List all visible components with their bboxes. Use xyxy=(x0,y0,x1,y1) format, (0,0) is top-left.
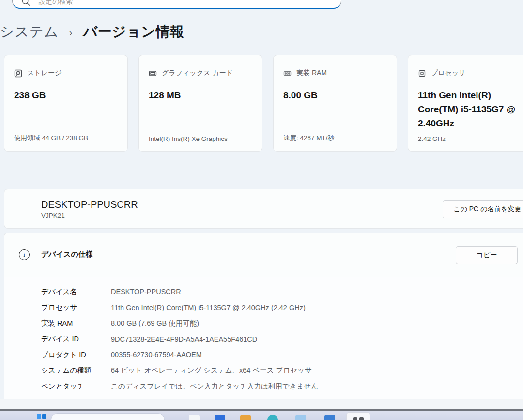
spec-row-device-name: デバイス名 DESKTOP-PPUSCRR xyxy=(4,284,523,300)
window-bottom-edge xyxy=(0,399,523,409)
device-name: DESKTOP-PPUSCRR xyxy=(41,199,138,210)
ram-footer: 速度: 4267 MT/秒 xyxy=(283,134,334,142)
device-specs-card: i デバイスの仕様 コピー デバイス名 DESKTOP-PPUSCRR プロセッ… xyxy=(4,233,523,399)
spec-label: 実装 RAM xyxy=(41,319,111,328)
breadcrumb-system[interactable]: システム xyxy=(0,22,59,42)
spec-row-ram: 実装 RAM 8.00 GB (7.69 GB 使用可能) xyxy=(4,315,523,331)
spec-row-pen-touch: ペンとタッチ このディスプレイでは、ペン入力とタッチ入力は利用できません xyxy=(4,378,523,394)
processor-value: 11th Gen Intel(R) Core(TM) i5-1135G7 @ 2… xyxy=(418,88,522,130)
cpu-icon xyxy=(418,69,426,78)
spec-label: プロダクト ID xyxy=(41,350,111,359)
storage-icon xyxy=(14,69,22,78)
taskbar-app-icon-4[interactable] xyxy=(267,415,278,420)
spec-row-system-type: システムの種類 64 ビット オペレーティング システム、x64 ベース プロセ… xyxy=(4,363,523,379)
spec-value: DESKTOP-PPUSCRR xyxy=(111,288,181,296)
ram-card: 実装 RAM 8.00 GB 速度: 4267 MT/秒 xyxy=(273,55,397,152)
graphics-label: グラフィックス カード xyxy=(162,69,233,78)
processor-card: プロセッサ 11th Gen Intel(R) Core(TM) i5-1135… xyxy=(408,55,523,152)
device-specs-list: デバイス名 DESKTOP-PPUSCRR プロセッサ 11th Gen Int… xyxy=(4,284,523,394)
windows-settings-about-page: 設定の検索 システム › バージョン情報 ストレージ 238 GB 使用領域 4… xyxy=(0,0,523,420)
taskbar-app-icon-1[interactable] xyxy=(189,415,200,420)
spec-row-device-id: デバイス ID 9DC71328-2E4E-4F9D-A5A4-1AEA55F4… xyxy=(4,331,523,347)
taskbar-app-icon-6[interactable] xyxy=(324,415,335,420)
spec-label: プロセッサ xyxy=(41,303,111,312)
device-name-card: DESKTOP-PPUSCRR VJPK21 この PC の名前を変更 xyxy=(4,189,523,229)
spec-label: デバイス ID xyxy=(41,334,111,343)
taskbar-app-icon-2[interactable] xyxy=(215,415,225,420)
spec-value: 8.00 GB (7.69 GB 使用可能) xyxy=(111,319,199,328)
spec-value: 64 ビット オペレーティング システム、x64 ベース プロセッサ xyxy=(111,366,312,375)
graphics-card-icon xyxy=(149,69,157,78)
device-model: VJPK21 xyxy=(41,212,65,219)
storage-label: ストレージ xyxy=(27,69,62,78)
breadcrumb: システム › バージョン情報 xyxy=(0,22,185,42)
settings-search-input[interactable]: 設定の検索 xyxy=(12,0,341,9)
taskbar-app-icon-5[interactable] xyxy=(295,415,306,420)
spec-value: 11th Gen Intel(R) Core(TM) i5-1135G7 @ 2… xyxy=(111,304,306,311)
search-placeholder: 設定の検索 xyxy=(39,0,73,7)
spec-value: このディスプレイでは、ペン入力とタッチ入力は利用できません xyxy=(111,382,318,391)
page-title: バージョン情報 xyxy=(83,22,184,42)
storage-card: ストレージ 238 GB 使用領域 44 GB / 238 GB xyxy=(4,55,128,152)
spec-label: システムの種類 xyxy=(41,366,111,375)
processor-footer: 2.42 GHz xyxy=(418,135,446,142)
breadcrumb-chevron-icon: › xyxy=(69,27,73,38)
taskbar-app-icon-3[interactable] xyxy=(240,415,251,420)
processor-label: プロセッサ xyxy=(431,69,466,78)
spec-label: ペンとタッチ xyxy=(41,382,111,391)
taskbar xyxy=(0,411,523,420)
ram-icon xyxy=(283,69,292,78)
graphics-value: 128 MB xyxy=(149,88,252,102)
spec-value: 00355-62730-67594-AAOEM xyxy=(111,351,202,358)
spec-row-product-id: プロダクト ID 00355-62730-67594-AAOEM xyxy=(4,347,523,363)
graphics-footer: Intel(R) Iris(R) Xe Graphics xyxy=(149,135,228,142)
spec-label: デバイス名 xyxy=(41,287,111,296)
copy-button[interactable]: コピー xyxy=(456,246,518,264)
rename-pc-button[interactable]: この PC の名前を変更 xyxy=(443,200,523,218)
taskbar-active-app-icon[interactable] xyxy=(346,412,370,420)
ram-label: 実装 RAM xyxy=(296,69,327,78)
ram-value: 8.00 GB xyxy=(283,88,387,102)
info-icon: i xyxy=(19,249,30,260)
spec-value: 9DC71328-2E4E-4F9D-A5A4-1AEA55F461CD xyxy=(111,335,257,343)
windows-start-icon[interactable] xyxy=(37,414,46,420)
spec-row-processor: プロセッサ 11th Gen Intel(R) Core(TM) i5-1135… xyxy=(4,300,523,316)
text-caret xyxy=(37,0,37,6)
device-specs-title: デバイスの仕様 xyxy=(41,250,93,259)
graphics-card: グラフィックス カード 128 MB Intel(R) Iris(R) Xe G… xyxy=(138,55,262,152)
storage-footer: 使用領域 44 GB / 238 GB xyxy=(14,134,88,142)
device-specs-header[interactable]: i デバイスの仕様 コピー xyxy=(4,233,523,277)
search-icon xyxy=(21,0,31,8)
taskbar-search-box[interactable] xyxy=(51,413,165,420)
storage-value: 238 GB xyxy=(14,88,118,102)
